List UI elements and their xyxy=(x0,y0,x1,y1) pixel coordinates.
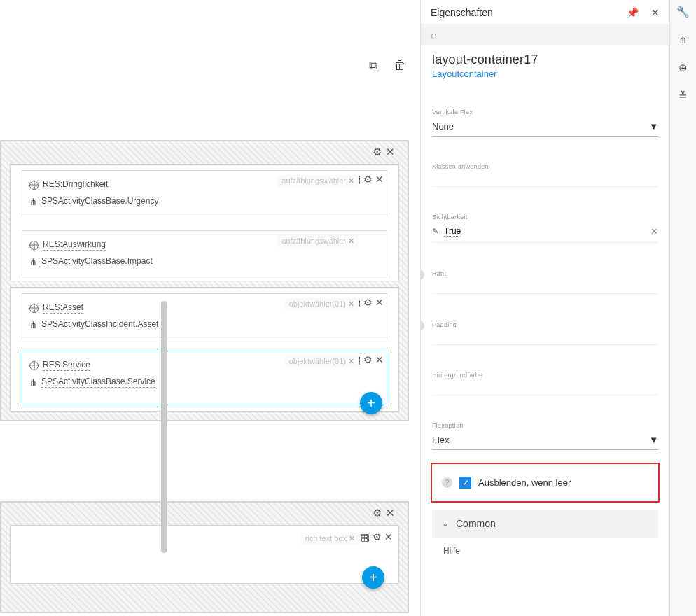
hide-when-empty-checkbox[interactable]: ✓ xyxy=(459,477,471,489)
canvas-toolbar: ⧉ 🗑 xyxy=(361,55,415,77)
tree-icon: ⋔ xyxy=(29,197,37,207)
gear-icon[interactable]: ⚙ xyxy=(373,531,382,542)
field-binding: SPSActivityClassBase.Service xyxy=(41,377,155,388)
chevron-down-icon: ⌄ xyxy=(442,519,449,528)
field-type-tag: aufzählungswähler✕ xyxy=(277,235,359,247)
hide-when-empty-label: Ausblenden, wenn leer xyxy=(478,477,571,488)
field-card-urgency[interactable]: ▦ ⚙ ✕ aufzählungswähler✕ RES:Dringlichke… xyxy=(22,170,387,216)
field-type-tag: aufzählungswähler✕ xyxy=(277,175,359,187)
inner-container-2[interactable]: ▦ ⚙ ✕ objektwähler(01)✕ RES:Asset ⋔SPSAc… xyxy=(10,287,399,412)
gear-icon[interactable]: ⚙ xyxy=(363,174,373,185)
gear-icon[interactable]: ⚙ xyxy=(373,507,382,519)
close-icon[interactable]: ✕ xyxy=(375,297,384,308)
chevron-down-icon: ▼ xyxy=(649,121,658,132)
tree-icon[interactable]: ⋔ xyxy=(678,34,688,46)
close-icon[interactable]: ✕ xyxy=(375,354,384,365)
clear-icon[interactable]: ✕ xyxy=(650,226,658,237)
properties-panel: Eigenschaften 📌 ✕ ⌕ layout-container17 L… xyxy=(420,0,669,616)
globe-icon xyxy=(29,181,39,190)
field-card-impact[interactable]: aufzählungswähler✕ RES:Auswirkung ⋔SPSAc… xyxy=(22,230,387,276)
apply-classes-input[interactable] xyxy=(432,173,658,187)
help-icon[interactable]: ? xyxy=(442,477,452,488)
container-actions: ⚙ ✕ xyxy=(373,146,395,158)
selected-element-type[interactable]: Layoutcontainer xyxy=(432,69,658,79)
field-type-tag: objektwähler(01)✕ xyxy=(285,298,359,310)
layout-container-2[interactable]: ⚙ ✕ ▦ ⚙ ✕ rich text box✕ + xyxy=(0,501,409,613)
close-icon[interactable]: ✕ xyxy=(651,7,660,18)
sliders-icon[interactable]: ≚ xyxy=(678,90,688,102)
field-res-label: RES:Auswirkung xyxy=(43,239,106,251)
field-type-tag: objektwähler(01)✕ xyxy=(285,356,359,368)
visibility-label: Sichtbarkeit xyxy=(432,214,658,220)
globe-icon xyxy=(29,304,39,313)
padding-input[interactable] xyxy=(432,331,658,345)
wrench-icon[interactable]: 🔧 xyxy=(676,6,690,18)
bgcolor-label: Hintergrundfarbe xyxy=(432,372,658,379)
field-res-label: RES:Dringlichkeit xyxy=(43,179,108,190)
vertical-flex-select[interactable]: None ▼ xyxy=(432,118,658,136)
pencil-icon: ✎ xyxy=(432,227,438,236)
field-binding: SPSActivityClassIncident.Asset xyxy=(41,319,158,330)
right-rail: 🔧 ⋔ ⊕ ≚ xyxy=(669,0,696,616)
field-res-label: RES:Service xyxy=(43,360,90,371)
field-type-tag: rich text box✕ xyxy=(301,533,359,545)
help-icon[interactable]: ? xyxy=(421,270,424,280)
close-icon[interactable]: ✕ xyxy=(386,146,395,158)
help-label: Hilfe xyxy=(432,538,658,564)
border-label: Rand xyxy=(432,270,658,277)
close-icon[interactable]: ✕ xyxy=(386,507,395,519)
duplicate-icon[interactable]: ⧉ xyxy=(369,59,377,73)
design-canvas: ⧉ 🗑 ⚙ ✕ ▦ ⚙ ✕ aufzä xyxy=(0,0,420,616)
field-res-label: RES:Asset xyxy=(43,302,83,314)
bgcolor-input[interactable] xyxy=(432,382,658,396)
gear-icon[interactable]: ⚙ xyxy=(363,354,373,365)
inner-container-3[interactable]: ▦ ⚙ ✕ rich text box✕ + xyxy=(10,525,399,584)
add-button[interactable]: + xyxy=(360,392,382,414)
vertical-flex-label: Vertikale Flex xyxy=(432,108,658,115)
close-icon[interactable]: ✕ xyxy=(375,174,384,185)
tree-icon: ⋔ xyxy=(29,320,37,330)
tree-icon: ⋔ xyxy=(29,257,37,267)
scrollbar-thumb[interactable] xyxy=(161,301,167,553)
globe-icon[interactable]: ⊕ xyxy=(678,62,688,74)
apply-classes-label: Klassen anwenden xyxy=(432,163,658,170)
section-common[interactable]: ⌄ Common xyxy=(432,510,658,538)
gear-icon[interactable]: ⚙ xyxy=(363,297,373,308)
add-button[interactable]: + xyxy=(362,566,384,589)
close-icon[interactable]: ✕ xyxy=(384,531,393,542)
globe-icon xyxy=(29,241,39,250)
delete-icon[interactable]: 🗑 xyxy=(394,59,406,73)
selected-element-name: layout-container17 xyxy=(432,52,658,67)
inner-container-1[interactable]: ▦ ⚙ ✕ aufzählungswähler✕ RES:Dringlichke… xyxy=(10,164,399,281)
field-card-service[interactable]: ▦ ⚙ ✕ objektwähler(01)✕ RES:Service ⋔SPS… xyxy=(22,351,387,405)
chevron-down-icon: ▼ xyxy=(649,435,658,445)
field-binding: SPSActivityClassBase.Impact xyxy=(41,256,153,267)
layout-container-1[interactable]: ⚙ ✕ ▦ ⚙ ✕ aufzählungswähler✕ RES:Dringli… xyxy=(0,140,409,421)
visibility-value[interactable]: ✎ True ✕ xyxy=(432,223,658,243)
padding-label: Padding xyxy=(432,321,658,328)
flexoption-label: Flexoption xyxy=(432,422,658,429)
panel-title: Eigenschaften xyxy=(431,7,493,18)
field-card-asset[interactable]: ▦ ⚙ ✕ objektwähler(01)✕ RES:Asset ⋔SPSAc… xyxy=(22,293,387,340)
layout-icon[interactable]: ▦ xyxy=(361,531,370,542)
field-binding: SPSActivityClassBase.Urgency xyxy=(41,196,158,207)
gear-icon[interactable]: ⚙ xyxy=(373,146,382,158)
flexoption-select[interactable]: Flex ▼ xyxy=(432,432,658,450)
container-actions: ⚙ ✕ xyxy=(373,507,395,519)
pin-icon[interactable]: 📌 xyxy=(627,7,639,18)
tree-icon: ⋔ xyxy=(29,377,37,388)
help-icon[interactable]: ? xyxy=(421,321,424,331)
panel-search[interactable]: ⌕ xyxy=(421,24,669,46)
globe-icon xyxy=(29,361,39,370)
highlighted-region: ? ✓ Ausblenden, wenn leer xyxy=(431,463,660,503)
border-input[interactable] xyxy=(432,280,658,294)
